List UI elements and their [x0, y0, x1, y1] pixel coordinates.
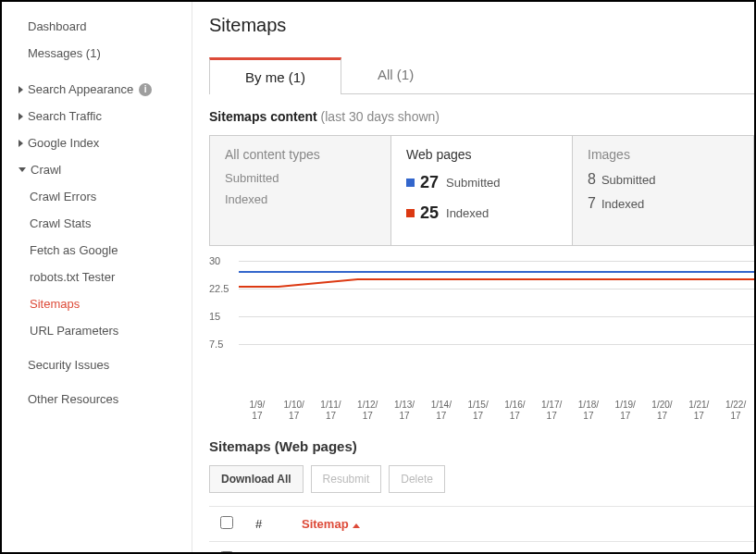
caret-right-icon — [19, 86, 23, 93]
tab-all[interactable]: All (1) — [341, 56, 450, 93]
caret-right-icon — [19, 113, 23, 120]
sidebar-item-messages[interactable]: Messages (1) — [2, 40, 192, 67]
sidebar-item-security[interactable]: Security Issues — [2, 351, 192, 378]
tabs: By me (1) All (1) — [209, 56, 754, 94]
download-all-button[interactable]: Download All — [209, 465, 304, 493]
sidebar-item-sitemaps[interactable]: Sitemaps — [2, 290, 192, 317]
sidebar-item-fetch-as-google[interactable]: Fetch as Google — [2, 237, 192, 264]
card-images[interactable]: Images 8Submitted 7Indexed — [573, 136, 753, 245]
delete-button[interactable]: Delete — [389, 465, 445, 493]
legend-swatch-blue — [406, 179, 415, 187]
sort-asc-icon — [353, 523, 360, 528]
sidebar: Dashboard Messages (1) Search Appearance… — [2, 2, 192, 552]
sidebar-item-dashboard[interactable]: Dashboard — [2, 13, 192, 40]
sitemaps-table: # Sitemap 1 /sitemap_index.xml — [209, 506, 754, 552]
sitemaps-table-title: Sitemaps (Web pages) — [209, 438, 754, 454]
card-all-types[interactable]: All content types Submitted Indexed — [210, 136, 390, 245]
page-title: Sitemaps — [209, 15, 754, 36]
col-number[interactable]: # — [244, 507, 291, 542]
sitemaps-chart: 7.51522.530 — [209, 261, 754, 390]
select-all-checkbox[interactable] — [220, 516, 233, 529]
col-sitemap[interactable]: Sitemap — [291, 507, 754, 542]
sidebar-item-google-index[interactable]: Google Index — [2, 129, 192, 156]
sidebar-item-crawl-errors[interactable]: Crawl Errors — [2, 183, 192, 210]
resubmit-button[interactable]: Resubmit — [311, 465, 382, 493]
tab-by-me[interactable]: By me (1) — [209, 57, 341, 94]
table-actions: Download All Resubmit Delete — [209, 465, 754, 493]
caret-down-icon — [19, 167, 26, 172]
row-number: 1 — [244, 542, 291, 553]
card-web-pages[interactable]: Web pages 27Submitted 25Indexed — [390, 136, 573, 245]
info-icon: i — [139, 83, 152, 96]
sidebar-item-robots-tester[interactable]: robots.txt Tester — [2, 264, 192, 290]
row-checkbox[interactable] — [220, 551, 233, 552]
sidebar-item-search-appearance[interactable]: Search Appearancei — [2, 76, 192, 103]
sidebar-item-crawl-stats[interactable]: Crawl Stats — [2, 210, 192, 237]
table-row: 1 /sitemap_index.xml — [209, 542, 754, 553]
sitemaps-content-label: Sitemaps content (last 30 days shown) — [209, 109, 754, 124]
chart-x-axis: 1/9/171/10/171/11/171/12/171/13/171/14/1… — [239, 400, 754, 422]
sidebar-item-url-parameters[interactable]: URL Parameters — [2, 317, 192, 344]
content-cards: All content types Submitted Indexed Web … — [209, 135, 754, 246]
legend-swatch-red — [406, 209, 415, 217]
main-content: Sitemaps By me (1) All (1) Sitemaps cont… — [192, 2, 754, 552]
sidebar-item-crawl[interactable]: Crawl — [2, 156, 192, 183]
sidebar-item-other-resources[interactable]: Other Resources — [2, 386, 192, 412]
sidebar-item-search-traffic[interactable]: Search Traffic — [2, 103, 192, 129]
caret-right-icon — [19, 140, 23, 147]
